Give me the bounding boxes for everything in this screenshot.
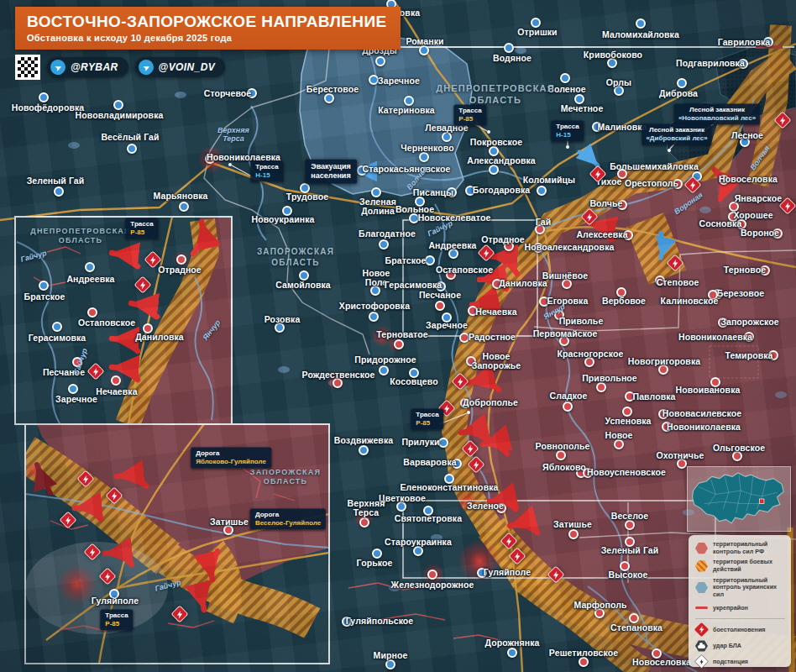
telegram-handle-voindv[interactable]: ➤ @VOIN_DV	[135, 57, 226, 77]
town-pin	[299, 270, 309, 281]
road-badge: ТрассаР-85	[453, 105, 486, 126]
hex-red-icon	[695, 542, 708, 554]
combat-clash-icon	[134, 276, 151, 293]
town-pin	[39, 92, 49, 102]
town-pin	[179, 202, 189, 212]
town-label: Новофёдоровка	[12, 103, 85, 113]
town-label: Железнодорожное	[391, 580, 474, 590]
town-label: Трудовое	[286, 192, 328, 202]
qr-code-icon	[15, 55, 40, 80]
handle-label: @VOIN_DV	[159, 61, 216, 73]
town-label: Гуляйполе	[92, 596, 139, 606]
town-pin	[324, 93, 334, 103]
town-pin	[176, 255, 186, 265]
title-block: ВОСТОЧНО-ЗАПОРОЖСКОЕ НАПРАВЛЕНИЕ Обстано…	[15, 7, 401, 80]
town-label: Новониколаевка	[667, 423, 741, 432]
river-label: Гайчур	[19, 249, 47, 264]
town-pin	[625, 520, 635, 530]
legend-label: территориальный контроль украинских сил	[713, 577, 785, 599]
town-label: Романки	[406, 37, 443, 46]
town-label: Терновое	[724, 265, 766, 275]
town-pin	[425, 255, 435, 265]
handles-row: ➤ @RYBAR ➤ @VOIN_DV	[15, 55, 401, 80]
legend-item: боестолкновения	[695, 623, 785, 636]
town-pin	[579, 657, 589, 667]
legend-divider	[695, 618, 785, 619]
town-label: Отришки	[517, 28, 557, 37]
combat-clash-icon	[547, 565, 564, 583]
town-pin	[385, 659, 395, 669]
town-label: Лесное	[731, 131, 763, 140]
legend-item: территориальный контроль сил РФ	[695, 541, 785, 555]
town-label: Марфополь	[573, 601, 626, 610]
town-pin	[87, 307, 97, 318]
town-label: Верхняя Терса	[348, 499, 385, 518]
town-pin	[68, 384, 78, 394]
town-label: Герасимовка	[385, 281, 443, 290]
town-label: Черненково	[401, 144, 453, 153]
town-label: Мечетное	[561, 104, 604, 113]
town-label: Новоселовка	[719, 175, 778, 184]
town-pin	[629, 613, 639, 623]
town-label: Нечаевка	[96, 387, 137, 396]
town-label: Гуляйполе	[484, 568, 531, 577]
road-badge: ТрассаР-85	[100, 610, 133, 631]
combat-clash-icon	[105, 486, 123, 504]
town-label: Придорожное	[354, 355, 416, 365]
town-pin	[438, 438, 448, 448]
town-label: Радостное	[469, 333, 516, 342]
town-label: Красногорское	[558, 349, 624, 359]
combat-clash-icon	[170, 605, 188, 622]
town-label: Заречное	[426, 321, 468, 330]
town-pin	[531, 18, 541, 28]
region-label: ЗАПОРОЖСКАЯ ОБЛАСТЬ	[257, 247, 334, 268]
map-annotations: НовофёдоровкаНововладимировкаВесёлый Гай…	[0, 0, 796, 672]
town-label: Старокасьяновское	[363, 165, 451, 174]
town-label: Староукраинка	[385, 538, 452, 547]
town-pin	[359, 445, 369, 455]
town-label: Новое	[605, 431, 632, 440]
town-label: Андреевка	[66, 275, 114, 284]
town-label: Берестовое	[306, 85, 359, 94]
town-label: Зеленая Долина	[359, 197, 396, 217]
town-label: Благодатное	[359, 229, 416, 239]
town-label: Новоскелеватое	[418, 213, 491, 223]
town-pin	[394, 339, 404, 349]
legend-panel: территориальный контроль сил РФтерритори…	[689, 535, 791, 667]
region-label: ДНЕПРОПЕТРОВСКАЯ ОБЛАСТЬ	[30, 227, 130, 246]
town-label: Нечаевка	[475, 307, 516, 317]
handle-label: @RYBAR	[71, 61, 118, 73]
town-label: Алексеевка	[576, 230, 627, 239]
region-marker	[759, 499, 764, 504]
legend-item: территория боевых действий	[695, 559, 785, 573]
town-label: Березовое	[717, 289, 764, 298]
town-pin	[489, 165, 499, 175]
telegram-handle-rybar[interactable]: ➤ @RYBAR	[47, 57, 128, 77]
legend-label: удар БЛА	[713, 643, 741, 650]
town-pin	[622, 407, 632, 417]
town-pin	[52, 322, 62, 332]
hex-blue-icon	[695, 581, 708, 594]
town-label: Мирное	[374, 651, 408, 660]
town-label: Косовцево	[390, 377, 437, 386]
forest-reserve-label: Лесной заказник«Дибровский лес»	[642, 124, 711, 145]
town-pin	[556, 450, 566, 460]
combat-clash-icon	[76, 470, 94, 487]
town-label: Нововасилевское	[662, 409, 741, 418]
combat-clash-icon	[59, 511, 76, 528]
town-label: Еленоконстантиновка	[401, 483, 499, 492]
town-label: Даниловка	[135, 333, 184, 342]
town-label: Орлы	[606, 78, 631, 87]
town-label: Нововладимировка	[76, 111, 164, 120]
town-label: Охотничье	[656, 451, 704, 460]
town-pin	[419, 45, 429, 55]
evacuation-badge: Эвакуация населения	[305, 160, 357, 184]
town-label: Святопетровка	[395, 514, 462, 523]
town-label: Ровнополье	[536, 442, 590, 451]
town-label: Сладкое	[550, 391, 588, 401]
town-label: Диброва	[659, 89, 698, 98]
combat-clash-icon	[83, 543, 101, 560]
forest-reserve-label: Лесной заказник«Новопавловский лес»	[674, 104, 760, 125]
town-label: Степановка	[610, 623, 662, 633]
combat-clash-icon	[500, 532, 517, 549]
